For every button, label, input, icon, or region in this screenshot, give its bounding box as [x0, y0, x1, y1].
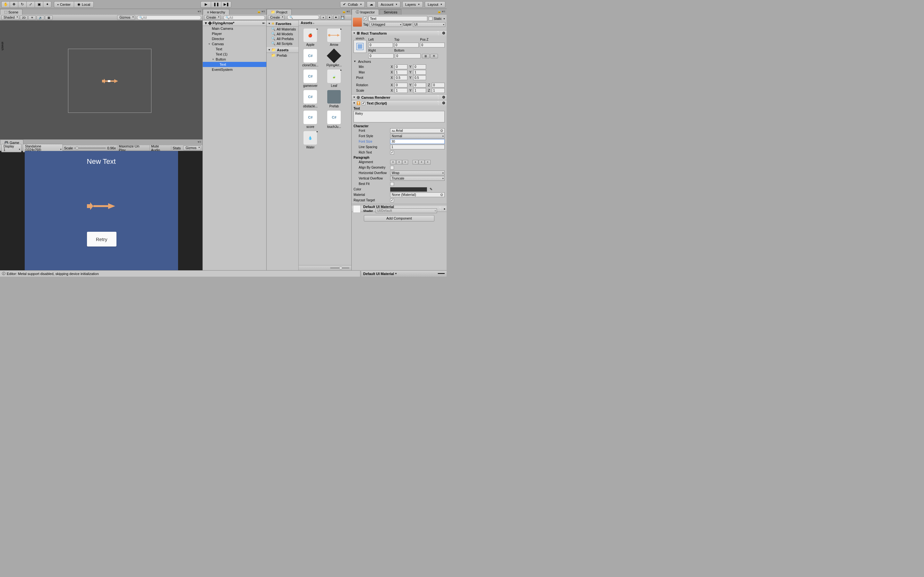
align-bottom[interactable]: ≡ [425, 160, 431, 164]
hierarchy-item-selected[interactable]: Text [203, 62, 266, 67]
game-viewport[interactable]: New Text Retry [25, 151, 178, 270]
name-input[interactable] [368, 16, 427, 21]
best-fit-checkbox[interactable] [390, 182, 394, 186]
asset-item[interactable]: FlyingArr... [325, 49, 343, 67]
top-input[interactable] [394, 43, 419, 47]
layer-dropdown[interactable]: UI [413, 22, 445, 27]
lock-icon[interactable]: 🔒 [257, 10, 261, 13]
2d-toggle[interactable]: 2D [20, 15, 27, 20]
collab-button[interactable]: ✔Collab▼ [340, 1, 365, 8]
gizmos-dropdown[interactable]: Gizmos [183, 145, 201, 150]
favorite-item[interactable]: 🔍All Models [267, 31, 298, 36]
max-x-input[interactable] [395, 70, 407, 75]
posz-input[interactable] [420, 43, 445, 47]
rect-tool[interactable]: ▣ [35, 1, 43, 8]
display-dropdown[interactable]: Display 1 [1, 144, 21, 152]
audio-toggle[interactable]: 🔊 [37, 15, 44, 20]
retry-button[interactable]: Retry [87, 232, 116, 247]
expand-icon[interactable]: ▼ [268, 48, 270, 51]
component-header[interactable]: ▼⊞Rect Transform❔⚙ [352, 31, 447, 36]
line-spacing-input[interactable] [390, 145, 445, 149]
scale-z-input[interactable] [432, 88, 445, 93]
gear-icon[interactable]: ⚙ [442, 95, 445, 99]
project-breadcrumb[interactable]: Assets ▸ [299, 20, 351, 26]
hierarchy-item[interactable]: Director [203, 36, 266, 41]
expand-icon[interactable]: ▼ [212, 58, 216, 61]
left-input[interactable] [368, 43, 393, 47]
filter-icon[interactable]: ★ [333, 15, 338, 19]
chevron-down-icon[interactable]: ▾ [395, 272, 397, 275]
pivot-x-input[interactable] [395, 75, 407, 80]
component-header[interactable]: ▼TText (Script)❔⚙ [352, 100, 447, 106]
cloud-button[interactable]: ☁ [367, 1, 376, 8]
favorites-header[interactable]: ▼★Favorites [267, 21, 298, 27]
create-dropdown[interactable]: Create [268, 15, 284, 20]
material-field[interactable]: None (Material)⊙ [390, 192, 445, 197]
step-button[interactable]: ▶❚ [221, 1, 231, 8]
tab-inspector[interactable]: ⓘInspector [352, 9, 379, 15]
tab-hierarchy[interactable]: ≡Hierarchy [203, 9, 229, 15]
account-button[interactable]: Account▼ [378, 1, 401, 8]
asset-item[interactable]: C#cloneObs... [301, 49, 319, 67]
icon-size-slider[interactable] [330, 268, 349, 269]
favorite-item[interactable]: 🔍All Prefabs [267, 36, 298, 41]
shader-dropdown[interactable]: UI/Default [376, 208, 437, 213]
hierarchy-search[interactable]: 🔍All [223, 15, 265, 20]
asset-item[interactable]: C#touchJu... [325, 111, 343, 129]
active-checkbox[interactable] [363, 17, 367, 21]
asset-item[interactable]: C#gameover [301, 69, 319, 87]
hierarchy-item[interactable]: Text [203, 47, 266, 52]
asset-item[interactable]: 🍎▸Apple [301, 29, 319, 47]
component-header[interactable]: Default UI MaterialShaderUI/Default❔▸ [352, 206, 447, 211]
play-button[interactable]: ▶ [200, 1, 211, 8]
expand-icon[interactable]: ▼ [208, 43, 212, 45]
help-icon[interactable]: ❔ [436, 101, 441, 105]
align-right[interactable]: ≡ [402, 160, 408, 164]
pause-button[interactable]: ❚❚ [211, 1, 221, 8]
eyedropper-icon[interactable]: ✎ [430, 187, 433, 191]
component-header[interactable]: ▼◎Canvas Renderer❔⚙ [352, 95, 447, 100]
min-x-input[interactable] [395, 64, 407, 69]
expand-icon[interactable]: ▸ [444, 207, 445, 210]
text-textarea[interactable] [354, 111, 445, 122]
pivot-y-input[interactable] [413, 75, 426, 80]
hierarchy-item[interactable]: ▼Canvas [203, 41, 266, 47]
combined-tool[interactable]: ✦ [43, 1, 51, 8]
expand-icon[interactable]: ▼ [353, 102, 355, 105]
filter-icon[interactable]: ⬧ [320, 15, 326, 19]
scale-tool[interactable]: ⤢ [26, 1, 35, 8]
min-y-input[interactable] [413, 64, 426, 69]
font-field[interactable]: Aa Arial⊙ [390, 128, 445, 133]
lock-icon[interactable]: 🔒 [342, 10, 346, 13]
color-picker[interactable] [390, 187, 427, 192]
create-dropdown[interactable]: Create [204, 15, 221, 20]
rot-x-input[interactable] [395, 83, 407, 87]
add-component-button[interactable]: Add Component [364, 215, 435, 221]
v-overflow-dropdown[interactable]: Truncate [390, 176, 445, 181]
favorite-item[interactable]: 🔍All Scripts [267, 41, 298, 46]
hierarchy-item[interactable]: EventSystem [203, 67, 266, 72]
right-input[interactable] [368, 53, 394, 58]
hierarchy-item[interactable]: Main Camera [203, 26, 266, 31]
expand-icon[interactable]: ▼ [353, 32, 355, 35]
scene-row[interactable]: ▼FlyingArrow*▾≡ [203, 21, 266, 26]
lock-icon[interactable]: 🔒 [437, 10, 441, 13]
asset-item[interactable]: 💧▸Water [301, 131, 319, 149]
align-left[interactable]: ≡ [390, 160, 396, 164]
asset-item[interactable]: 🍃▸Leaf [325, 69, 343, 87]
layout-button[interactable]: Layout▼ [425, 1, 445, 8]
scale-slider[interactable] [74, 147, 106, 149]
maximize-toggle[interactable]: Maximize On Play [117, 144, 148, 152]
hierarchy-item[interactable]: Text (1) [203, 52, 266, 57]
move-tool[interactable]: ✥ [10, 1, 18, 8]
expand-icon[interactable]: ▼ [353, 96, 355, 99]
local-button[interactable]: ◉Local [74, 1, 94, 8]
lighting-toggle[interactable]: ☀ [28, 15, 36, 20]
align-geom-checkbox[interactable] [390, 166, 394, 169]
folder-item[interactable]: 📁Prefab [267, 53, 298, 58]
align-center[interactable]: ≡ [396, 160, 402, 164]
save-icon[interactable]: 💾 [340, 15, 345, 19]
hierarchy-item[interactable]: ▼Button [203, 57, 266, 62]
rotate-tool[interactable]: ↻ [18, 1, 26, 8]
align-middle[interactable]: ≡ [419, 160, 425, 164]
